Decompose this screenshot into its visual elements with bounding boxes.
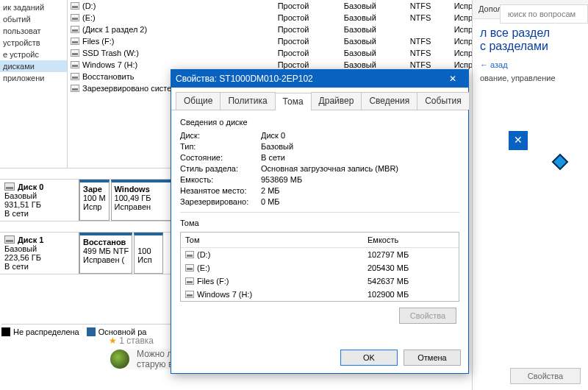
volume-icon (185, 251, 194, 258)
dialog-tabs: Общие Политика Тома Драйвер Сведения Соб… (171, 88, 468, 110)
volume-properties-button[interactable]: Свойства (399, 308, 456, 324)
disk-info-row: Состояние:В сети (180, 153, 459, 162)
dialog-title: Свойства: ST1000DM010-2EP102 (176, 74, 442, 84)
disk-properties-dialog: Свойства: ST1000DM010-2EP102 ✕ Общие Пол… (171, 69, 469, 374)
partition[interactable]: Заре 100 М Испр (79, 180, 110, 221)
dialog-volume-row[interactable]: (E:)205430 МБ (181, 261, 459, 274)
disk-info-row: Диск:Диск 0 (180, 131, 459, 140)
close-icon[interactable]: ✕ (442, 74, 464, 84)
ok-button[interactable]: OK (340, 350, 398, 366)
disk-info-row: Стиль раздела:Основная загрузочная запис… (180, 164, 459, 173)
dialog-body: Сведения о диске Диск:Диск 0Тип:БазовыйС… (171, 110, 468, 345)
disk-icon (4, 182, 15, 191)
disk1-header[interactable]: Диск 1 Базовый 223,56 ГБ В сети (0, 233, 79, 274)
right-panel: Дополнительные дей… ▸ л все раздел с раз… (472, 0, 588, 390)
disk-row-0: Диск 0 Базовый 931,51 ГБ В сети Заре 100… (0, 179, 176, 221)
partition[interactable]: Восстанов 499 МБ NTF Исправен ( (79, 233, 132, 274)
tree-item[interactable]: е устройс (0, 49, 67, 60)
disk0-header[interactable]: Диск 0 Базовый 931,51 ГБ В сети (0, 180, 79, 221)
col-volume[interactable]: Том (181, 233, 363, 247)
dialog-titlebar[interactable]: Свойства: ST1000DM010-2EP102 ✕ (171, 70, 468, 88)
tree-item[interactable]: приложени (0, 72, 67, 84)
tab-driver[interactable]: Драйвер (311, 92, 362, 110)
tab-policy[interactable]: Политика (220, 92, 275, 110)
back-link[interactable]: ← азад (473, 60, 588, 69)
legend: Не распределена Основной ра (1, 324, 178, 336)
volume-icon (185, 291, 194, 298)
volume-icon (185, 264, 194, 272)
cancel-button[interactable]: Отмена (404, 350, 461, 366)
dialog-buttons: OK Отмена (171, 345, 468, 373)
tree-item[interactable]: пользоват (0, 25, 67, 37)
disk-row-1: Диск 1 Базовый 223,56 ГБ В сети Восстано… (0, 232, 176, 274)
disk-graphic-area: Диск 0 Базовый 931,51 ГБ В сети Заре 100… (0, 168, 176, 315)
disk-info-row: Зарезервировано:0 МБ (180, 197, 459, 206)
col-capacity[interactable]: Емкость (363, 233, 459, 247)
help-title: л все раздел с разделами (473, 19, 588, 60)
dialog-volume-row[interactable]: Files (F:)542637 МБ (181, 274, 459, 288)
properties-button[interactable]: Свойства (510, 368, 581, 384)
disk-info-row: Тип:Базовый (180, 142, 459, 151)
tree-item[interactable]: ик заданий (0, 1, 67, 13)
disk-info-row: Незанятое место:2 МБ (180, 186, 459, 195)
volumes-table: Том Емкость (D:)102797 МБ(E:)205430 МБFi… (180, 232, 459, 302)
volumes-list-body[interactable]: (D:)102797 МБ(E:)205430 МБFiles (F:)5426… (181, 248, 459, 301)
disk-info-row: Емкость:953869 МБ (180, 175, 459, 184)
mgmt-tree: ик заданий обытий пользоват устройств е … (0, 0, 68, 169)
dialog-volume-row[interactable]: (D:)102797 МБ (181, 248, 459, 261)
partition[interactable]: 100 Исп (134, 233, 163, 274)
search-input[interactable]: юиск по вопросам (500, 4, 588, 24)
tab-details[interactable]: Сведения (361, 92, 417, 110)
close-button[interactable]: ✕ (509, 131, 528, 150)
tree-item[interactable]: обытий (0, 13, 67, 25)
rating: ★ 1 ставка (109, 336, 154, 346)
volume-icon (185, 277, 194, 285)
avatar (110, 350, 129, 369)
dialog-volume-row[interactable]: Windows 7 (H:)102900 МБ (181, 288, 459, 301)
tree-item-disks[interactable]: дисками (0, 60, 67, 72)
tab-general[interactable]: Общие (176, 92, 220, 110)
section-disk-info: Сведения о диске (180, 118, 459, 127)
help-body: ование, управление (473, 69, 588, 87)
tab-volumes[interactable]: Тома (275, 93, 312, 110)
disk-icon (4, 235, 15, 244)
section-volumes: Тома (180, 219, 459, 227)
tree-item[interactable]: устройств (0, 37, 67, 49)
tab-events[interactable]: События (417, 92, 470, 110)
partition[interactable]: Windows 100,49 ГБ Исправен (111, 180, 176, 221)
